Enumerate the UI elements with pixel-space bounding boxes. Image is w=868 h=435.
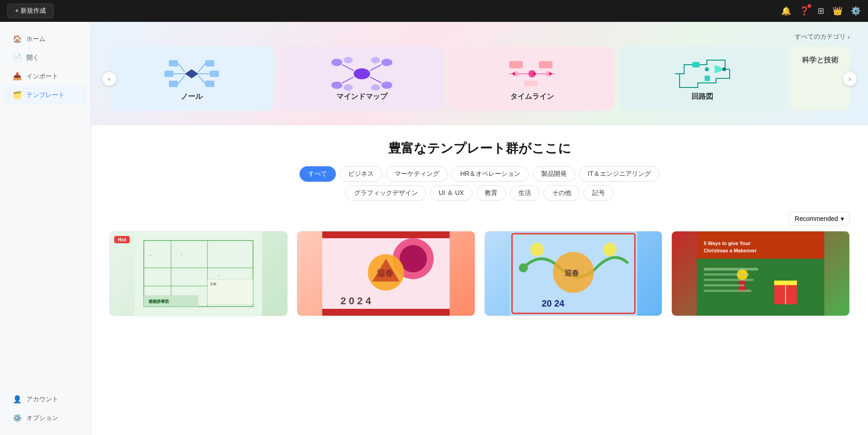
topbar: + 新規作成 🔔 ❓ ⊞ 👑 ⚙️ (0, 0, 868, 22)
svg-line-25 (370, 77, 381, 83)
sidebar-item-options[interactable]: ⚙️ オプション (4, 409, 87, 427)
svg-rect-4 (205, 81, 214, 87)
template-grid: Hot → ↑ → (91, 231, 868, 334)
filter-tab-other[interactable]: その他 (543, 185, 580, 201)
svg-point-15 (331, 82, 342, 89)
filter-tab-marketing[interactable]: マーケティング (386, 166, 448, 182)
sidebar-label-import: インポート (26, 72, 58, 81)
filter-tab-life[interactable]: 生活 (510, 185, 540, 201)
filter-tab-it[interactable]: IT＆エンジニアリング (579, 166, 659, 182)
svg-text:5 Ways to give Your: 5 Ways to give Your (704, 241, 751, 246)
apps-icon[interactable]: ⊞ (817, 6, 824, 16)
sidebar-label-template: テンプレート (26, 91, 65, 99)
sidebar-label-home: ホーム (26, 35, 46, 43)
node-diagram (117, 56, 267, 92)
all-categories-label: すべてのカテゴリ (795, 33, 846, 41)
sidebar-item-home[interactable]: 🏠 ホーム (4, 30, 87, 48)
hero-top: すべてのカテゴリ › (109, 33, 850, 41)
template-card-4[interactable]: 5 Ways to give Your Christmas a Makeover (671, 231, 850, 316)
svg-rect-36 (692, 62, 700, 67)
category-card-circuit[interactable]: 回路図 (620, 46, 785, 111)
svg-rect-79 (704, 268, 758, 271)
crown-icon[interactable]: 👑 (832, 6, 843, 16)
filter-tab-graphic[interactable]: グラフィックデザイン (345, 185, 426, 201)
template-card-3[interactable]: 迎春 20 24 (484, 231, 663, 316)
svg-rect-37 (705, 76, 710, 81)
svg-rect-81 (704, 279, 754, 281)
filter-tabs-row2: グラフィックデザイン UI ＆ UX 教育 生活 その他 記号 (91, 185, 868, 210)
svg-text:↑: ↑ (180, 253, 182, 257)
svg-rect-6 (210, 71, 219, 77)
filter-tab-product[interactable]: 製品開発 (533, 166, 575, 182)
sidebar-bottom: 👤 アカウント ⚙️ オプション (0, 389, 91, 428)
filter-tab-education[interactable]: 教育 (476, 185, 506, 201)
filter-tab-hr[interactable]: HR＆オペレーション (452, 166, 529, 182)
template-thumb-1: → ↑ → 避難誘導図 凡例 (110, 231, 287, 316)
carousel-next-button[interactable]: › (843, 72, 857, 86)
node-card-label: ノール (181, 92, 203, 102)
sidebar-label-account: アカウント (26, 395, 58, 404)
svg-point-19 (344, 84, 353, 91)
sidebar-item-open[interactable]: 📄 開く (4, 49, 87, 67)
account-icon: 👤 (13, 395, 22, 404)
science-card-label: 科学と技術 (802, 56, 838, 65)
svg-rect-82 (704, 284, 745, 287)
template-thumb-3: 迎春 20 24 (485, 231, 662, 316)
notification-icon[interactable]: 🔔 (781, 6, 791, 16)
sort-label: Recommended (795, 215, 838, 222)
sidebar-item-template[interactable]: 🗂️ テンプレート (4, 86, 87, 104)
template-card-2[interactable]: 迎春 2 0 2 4 (297, 231, 475, 316)
sidebar-item-account[interactable]: 👤 アカウント (4, 390, 87, 408)
sidebar-top: 🏠 ホーム 📄 開く 📥 インポート 🗂️ テンプレート (0, 29, 91, 105)
home-icon: 🏠 (13, 35, 22, 43)
sidebar-label-options: オプション (26, 414, 58, 422)
svg-line-23 (342, 77, 354, 83)
svg-text:避難誘導図: 避難誘導図 (148, 299, 169, 304)
sidebar-item-import[interactable]: 📥 インポート (4, 67, 87, 85)
svg-line-9 (178, 76, 185, 84)
help-icon[interactable]: ❓ (799, 6, 809, 16)
template-card-1[interactable]: Hot → ↑ → (109, 231, 288, 316)
filter-tab-all[interactable]: すべて (299, 166, 336, 182)
svg-line-24 (370, 65, 381, 71)
filter-tab-symbol[interactable]: 記号 (584, 185, 614, 201)
svg-point-67 (530, 243, 543, 256)
svg-line-7 (178, 63, 185, 72)
timeline-card-label: タイムライン (510, 92, 554, 102)
svg-line-22 (342, 65, 354, 71)
svg-point-20 (371, 57, 380, 63)
filter-tab-business[interactable]: ビジネス (340, 166, 382, 182)
sidebar-label-open: 開く (26, 54, 39, 62)
page-title-section: 豊富なテンプレート群がここに (91, 125, 868, 166)
filter-tabs-row1: すべて ビジネス マーケティング HR＆オペレーション 製品開発 IT＆エンジニ… (91, 166, 868, 185)
sort-dropdown[interactable]: Recommended ▾ (789, 212, 850, 225)
page-title: 豊富なテンプレート群がここに (100, 140, 859, 157)
svg-point-34 (533, 72, 536, 75)
options-gear-icon: ⚙️ (13, 414, 22, 422)
import-icon: 📥 (13, 72, 22, 81)
all-categories-link[interactable]: すべてのカテゴリ › (795, 33, 850, 41)
svg-rect-1 (169, 60, 178, 67)
svg-rect-83 (704, 290, 751, 292)
category-card-mindmap[interactable]: マインドマップ (279, 46, 444, 111)
category-card-science[interactable]: 科学と技術 (790, 46, 850, 111)
category-card-node[interactable]: ノール (109, 46, 274, 111)
hot-badge: Hot (114, 236, 130, 243)
svg-line-8 (198, 63, 205, 72)
sort-row: Recommended ▾ (91, 210, 868, 231)
svg-rect-59 (322, 231, 450, 238)
svg-text:Christmas a Makeover: Christmas a Makeover (704, 248, 757, 253)
svg-point-18 (344, 57, 353, 63)
svg-text:凡例: 凡例 (210, 282, 216, 286)
circuit-card-label: 回路図 (691, 92, 713, 102)
svg-marker-0 (185, 69, 198, 78)
svg-text:2 0 2 4: 2 0 2 4 (340, 295, 371, 307)
category-card-timeline[interactable]: タイムライン (450, 46, 614, 111)
settings-icon[interactable]: ⚙️ (851, 6, 861, 16)
carousel-prev-button[interactable]: ‹ (102, 72, 117, 86)
document-icon: 📄 (13, 53, 22, 62)
new-button[interactable]: + 新規作成 (7, 4, 54, 18)
template-thumb-2: 迎春 2 0 2 4 (297, 231, 475, 316)
svg-point-39 (705, 67, 709, 71)
filter-tab-uiux[interactable]: UI ＆ UX (430, 185, 472, 201)
